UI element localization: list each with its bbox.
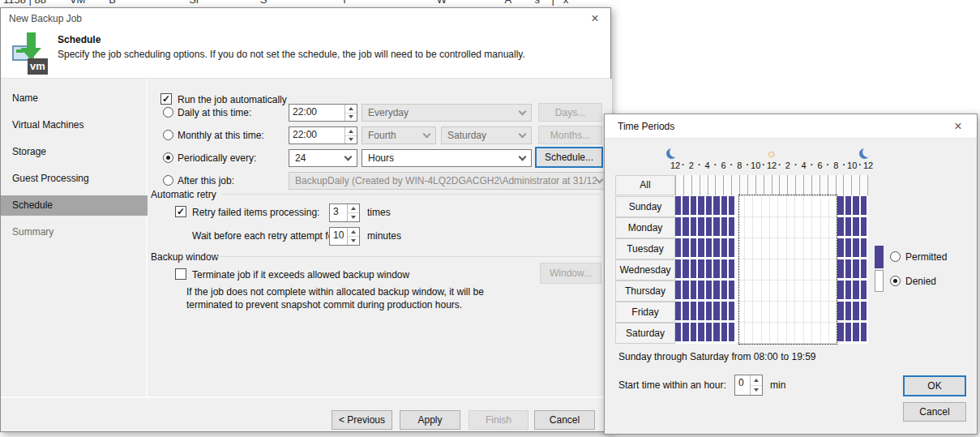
row-label-sunday[interactable]: Sunday bbox=[615, 196, 675, 217]
grid-cell-wednesday-4[interactable] bbox=[706, 259, 713, 281]
months-button[interactable]: Months... bbox=[538, 126, 602, 144]
grid-cell-tuesday-8[interactable] bbox=[736, 238, 744, 259]
start-time-spin-buttons[interactable] bbox=[750, 375, 762, 395]
grid-cell-saturday-15[interactable] bbox=[795, 323, 803, 344]
row-label-wednesday[interactable]: Wednesday bbox=[615, 259, 675, 281]
grid-cell-friday-1[interactable] bbox=[683, 302, 690, 323]
grid-cell-monday-13[interactable] bbox=[778, 217, 786, 238]
grid-cell-wednesday-11[interactable] bbox=[762, 259, 770, 281]
grid-cell-monday-3[interactable] bbox=[698, 217, 705, 238]
grid-cell-thursday-22[interactable] bbox=[853, 281, 860, 302]
grid-cell-all-21[interactable] bbox=[843, 175, 851, 195]
grid-cell-monday-17[interactable] bbox=[812, 217, 820, 238]
grid-cell-tuesday-9[interactable] bbox=[745, 238, 753, 259]
grid-cell-monday-11[interactable] bbox=[762, 217, 770, 238]
grid-cell-wednesday-6[interactable] bbox=[721, 259, 729, 281]
row-label-friday[interactable]: Friday bbox=[615, 302, 675, 323]
grid-cell-all-23[interactable] bbox=[859, 175, 867, 195]
grid-cell-wednesday-18[interactable] bbox=[821, 259, 829, 281]
grid-cell-saturday-19[interactable] bbox=[829, 323, 837, 344]
grid-cell-friday-5[interactable] bbox=[713, 302, 721, 323]
grid-cell-tuesday-5[interactable] bbox=[713, 238, 721, 259]
grid-cell-monday-22[interactable] bbox=[853, 217, 860, 238]
grid-cell-friday-11[interactable] bbox=[762, 302, 770, 323]
grid-cell-tuesday-6[interactable] bbox=[721, 238, 729, 259]
grid-cell-all-15[interactable] bbox=[795, 175, 803, 195]
grid-cell-friday-12[interactable] bbox=[770, 302, 778, 323]
grid-cell-sunday-1[interactable] bbox=[683, 196, 690, 217]
grid-cell-all-19[interactable] bbox=[828, 175, 836, 195]
grid-cell-saturday-6[interactable] bbox=[721, 323, 729, 344]
grid-cell-all-1[interactable] bbox=[683, 175, 691, 195]
grid-cell-wednesday-23[interactable] bbox=[861, 259, 868, 281]
apply-button[interactable]: Apply bbox=[400, 410, 460, 430]
grid-cell-saturday-8[interactable] bbox=[736, 323, 744, 344]
periodically-value-combo[interactable]: 24 bbox=[289, 149, 357, 167]
grid-cell-tuesday-17[interactable] bbox=[812, 238, 820, 259]
grid-cell-all-9[interactable] bbox=[747, 175, 755, 195]
grid-cell-wednesday-1[interactable] bbox=[683, 259, 690, 281]
close-icon[interactable]: × bbox=[949, 118, 967, 135]
grid-cell-all-7[interactable] bbox=[731, 175, 739, 195]
row-label-thursday[interactable]: Thursday bbox=[615, 281, 675, 302]
grid-cell-sunday-22[interactable] bbox=[853, 196, 860, 217]
grid-cell-all-4[interactable] bbox=[708, 175, 716, 195]
grid-cell-wednesday-7[interactable] bbox=[729, 259, 736, 281]
daily-time-spinner[interactable]: 22:00 bbox=[289, 104, 357, 122]
sidebar-item-guest-processing[interactable]: Guest Processing bbox=[1, 169, 148, 189]
grid-cell-saturday-20[interactable] bbox=[837, 323, 845, 344]
grid-cell-sunday-0[interactable] bbox=[675, 196, 683, 217]
grid-cell-friday-21[interactable] bbox=[845, 302, 853, 323]
close-icon[interactable]: × bbox=[586, 11, 604, 27]
grid-cell-thursday-1[interactable] bbox=[683, 281, 690, 302]
row-label-tuesday[interactable]: Tuesday bbox=[615, 238, 675, 259]
grid-cell-friday-10[interactable] bbox=[753, 302, 761, 323]
grid-cell-sunday-23[interactable] bbox=[861, 196, 868, 217]
grid-cell-wednesday-3[interactable] bbox=[698, 259, 705, 281]
grid-cell-thursday-8[interactable] bbox=[736, 281, 744, 302]
grid-cell-all-6[interactable] bbox=[723, 175, 731, 195]
grid-cell-friday-4[interactable] bbox=[706, 302, 713, 323]
grid-cell-thursday-15[interactable] bbox=[795, 281, 803, 302]
grid-cell-tuesday-11[interactable] bbox=[762, 238, 770, 259]
grid-cell-monday-16[interactable] bbox=[804, 217, 812, 238]
grid-cell-monday-8[interactable] bbox=[736, 217, 744, 238]
grid-cell-thursday-20[interactable] bbox=[837, 281, 845, 302]
wait-minutes-spin-buttons[interactable] bbox=[347, 228, 359, 245]
finish-button[interactable]: Finish bbox=[469, 410, 529, 430]
grid-cell-saturday-13[interactable] bbox=[778, 323, 786, 344]
grid-cell-all-22[interactable] bbox=[851, 175, 859, 195]
grid-cell-all-2[interactable] bbox=[691, 175, 700, 195]
grid-cell-thursday-2[interactable] bbox=[691, 281, 698, 302]
grid-cell-sunday-11[interactable] bbox=[762, 196, 770, 217]
grid-cell-friday-20[interactable] bbox=[837, 302, 845, 323]
grid-cell-all-14[interactable] bbox=[787, 175, 795, 195]
grid-cell-sunday-4[interactable] bbox=[706, 196, 713, 217]
sidebar-item-summary[interactable]: Summary bbox=[1, 222, 148, 242]
grid-cell-thursday-3[interactable] bbox=[698, 281, 705, 302]
grid-cell-all-17[interactable] bbox=[811, 175, 820, 195]
grid-cell-sunday-14[interactable] bbox=[787, 196, 795, 217]
grid-cell-wednesday-14[interactable] bbox=[787, 259, 795, 281]
days-button[interactable]: Days... bbox=[538, 103, 602, 122]
grid-cell-sunday-15[interactable] bbox=[795, 196, 803, 217]
time-periods-cancel-button[interactable]: Cancel bbox=[903, 402, 966, 422]
grid-cell-all-16[interactable] bbox=[803, 175, 811, 195]
grid-cell-wednesday-19[interactable] bbox=[829, 259, 837, 281]
grid-cell-all-3[interactable] bbox=[700, 175, 708, 195]
daily-radio[interactable] bbox=[163, 107, 173, 118]
grid-cell-all-13[interactable] bbox=[779, 175, 787, 195]
grid-cell-sunday-13[interactable] bbox=[778, 196, 786, 217]
grid-cell-thursday-0[interactable] bbox=[675, 281, 683, 302]
row-label-saturday[interactable]: Saturday bbox=[615, 323, 675, 344]
grid-cell-monday-4[interactable] bbox=[706, 217, 713, 238]
grid-cell-friday-17[interactable] bbox=[812, 302, 820, 323]
grid-cell-saturday-18[interactable] bbox=[821, 323, 829, 344]
grid-cell-friday-6[interactable] bbox=[721, 302, 729, 323]
grid-cell-tuesday-3[interactable] bbox=[698, 238, 705, 259]
grid-cell-thursday-17[interactable] bbox=[812, 281, 820, 302]
retry-count-spinner[interactable]: 3 bbox=[329, 204, 360, 222]
grid-cell-wednesday-0[interactable] bbox=[675, 259, 683, 281]
grid-cell-all-8[interactable] bbox=[739, 175, 747, 195]
grid-cell-friday-14[interactable] bbox=[787, 302, 795, 323]
